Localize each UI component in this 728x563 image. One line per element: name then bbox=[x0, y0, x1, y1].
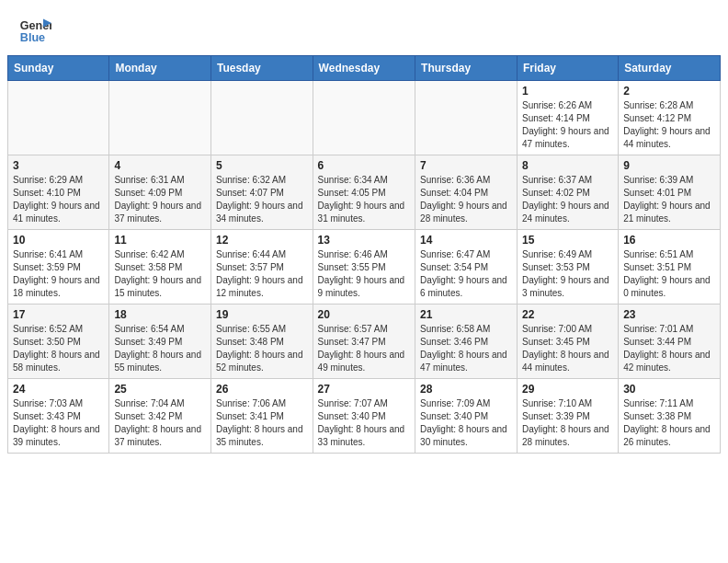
calendar-cell: 1Sunrise: 6:26 AM Sunset: 4:14 PM Daylig… bbox=[518, 81, 619, 155]
calendar-cell: 5Sunrise: 6:32 AM Sunset: 4:07 PM Daylig… bbox=[210, 155, 313, 230]
day-info: Sunrise: 6:58 AM Sunset: 3:46 PM Dayligh… bbox=[420, 323, 512, 374]
day-info: Sunrise: 6:26 AM Sunset: 4:14 PM Dayligh… bbox=[522, 99, 613, 151]
day-number: 13 bbox=[318, 234, 410, 247]
calendar-cell: 10Sunrise: 6:41 AM Sunset: 3:59 PM Dayli… bbox=[8, 230, 109, 304]
calendar-cell bbox=[8, 81, 109, 155]
calendar-cell: 13Sunrise: 6:46 AM Sunset: 3:55 PM Dayli… bbox=[313, 230, 415, 304]
calendar-cell: 18Sunrise: 6:54 AM Sunset: 3:49 PM Dayli… bbox=[109, 304, 211, 379]
day-info: Sunrise: 6:44 AM Sunset: 3:57 PM Dayligh… bbox=[216, 248, 308, 300]
day-number: 12 bbox=[216, 234, 308, 247]
day-number: 19 bbox=[216, 308, 308, 321]
col-header-wednesday: Wednesday bbox=[313, 56, 415, 81]
calendar-week-1: 1Sunrise: 6:26 AM Sunset: 4:14 PM Daylig… bbox=[8, 81, 721, 155]
col-header-tuesday: Tuesday bbox=[210, 56, 313, 81]
day-number: 1 bbox=[522, 85, 613, 98]
col-header-thursday: Thursday bbox=[415, 56, 518, 81]
calendar-cell: 22Sunrise: 7:00 AM Sunset: 3:45 PM Dayli… bbox=[518, 304, 619, 379]
svg-text:Blue: Blue bbox=[20, 31, 45, 44]
day-info: Sunrise: 6:55 AM Sunset: 3:48 PM Dayligh… bbox=[216, 323, 308, 374]
day-number: 10 bbox=[13, 234, 104, 247]
calendar-cell: 24Sunrise: 7:03 AM Sunset: 3:43 PM Dayli… bbox=[8, 379, 109, 454]
day-info: Sunrise: 7:04 AM Sunset: 3:42 PM Dayligh… bbox=[114, 397, 206, 449]
calendar-cell: 14Sunrise: 6:47 AM Sunset: 3:54 PM Dayli… bbox=[415, 230, 518, 304]
day-info: Sunrise: 6:37 AM Sunset: 4:02 PM Dayligh… bbox=[522, 174, 613, 225]
calendar-table: SundayMondayTuesdayWednesdayThursdayFrid… bbox=[7, 55, 721, 454]
day-info: Sunrise: 7:06 AM Sunset: 3:41 PM Dayligh… bbox=[216, 397, 308, 449]
day-info: Sunrise: 6:41 AM Sunset: 3:59 PM Dayligh… bbox=[13, 248, 104, 300]
day-info: Sunrise: 7:01 AM Sunset: 3:44 PM Dayligh… bbox=[623, 323, 715, 374]
calendar-week-5: 24Sunrise: 7:03 AM Sunset: 3:43 PM Dayli… bbox=[8, 379, 721, 454]
day-number: 21 bbox=[420, 308, 512, 321]
calendar-cell: 4Sunrise: 6:31 AM Sunset: 4:09 PM Daylig… bbox=[109, 155, 211, 230]
day-number: 7 bbox=[420, 159, 512, 172]
day-number: 5 bbox=[216, 159, 308, 172]
calendar-cell: 16Sunrise: 6:51 AM Sunset: 3:51 PM Dayli… bbox=[619, 230, 721, 304]
day-number: 15 bbox=[522, 234, 613, 247]
day-info: Sunrise: 7:03 AM Sunset: 3:43 PM Dayligh… bbox=[13, 397, 104, 449]
calendar-cell: 17Sunrise: 6:52 AM Sunset: 3:50 PM Dayli… bbox=[8, 304, 109, 379]
day-info: Sunrise: 6:49 AM Sunset: 3:53 PM Dayligh… bbox=[522, 248, 613, 300]
calendar-cell: 27Sunrise: 7:07 AM Sunset: 3:40 PM Dayli… bbox=[313, 379, 415, 454]
col-header-saturday: Saturday bbox=[619, 56, 721, 81]
day-number: 22 bbox=[522, 308, 613, 321]
calendar-cell bbox=[415, 81, 518, 155]
day-info: Sunrise: 7:09 AM Sunset: 3:40 PM Dayligh… bbox=[420, 397, 512, 449]
day-info: Sunrise: 6:51 AM Sunset: 3:51 PM Dayligh… bbox=[623, 248, 715, 300]
day-info: Sunrise: 6:29 AM Sunset: 4:10 PM Dayligh… bbox=[13, 174, 104, 225]
day-number: 26 bbox=[216, 383, 308, 396]
col-header-friday: Friday bbox=[518, 56, 619, 81]
day-info: Sunrise: 6:57 AM Sunset: 3:47 PM Dayligh… bbox=[318, 323, 410, 374]
col-header-sunday: Sunday bbox=[8, 56, 109, 81]
calendar-week-2: 3Sunrise: 6:29 AM Sunset: 4:10 PM Daylig… bbox=[8, 155, 721, 230]
logo-icon: General Blue bbox=[18, 15, 51, 48]
calendar-header-row: SundayMondayTuesdayWednesdayThursdayFrid… bbox=[8, 56, 721, 81]
logo: General Blue bbox=[18, 15, 51, 48]
day-number: 27 bbox=[318, 383, 410, 396]
day-info: Sunrise: 6:28 AM Sunset: 4:12 PM Dayligh… bbox=[623, 99, 715, 151]
day-number: 29 bbox=[522, 383, 613, 396]
day-info: Sunrise: 6:36 AM Sunset: 4:04 PM Dayligh… bbox=[420, 174, 512, 225]
day-info: Sunrise: 6:39 AM Sunset: 4:01 PM Dayligh… bbox=[623, 174, 715, 225]
calendar-cell: 21Sunrise: 6:58 AM Sunset: 3:46 PM Dayli… bbox=[415, 304, 518, 379]
day-number: 23 bbox=[623, 308, 715, 321]
calendar-week-3: 10Sunrise: 6:41 AM Sunset: 3:59 PM Dayli… bbox=[8, 230, 721, 304]
calendar-cell: 6Sunrise: 6:34 AM Sunset: 4:05 PM Daylig… bbox=[313, 155, 415, 230]
calendar-cell: 9Sunrise: 6:39 AM Sunset: 4:01 PM Daylig… bbox=[619, 155, 721, 230]
col-header-monday: Monday bbox=[109, 56, 211, 81]
calendar-cell: 3Sunrise: 6:29 AM Sunset: 4:10 PM Daylig… bbox=[8, 155, 109, 230]
day-info: Sunrise: 6:54 AM Sunset: 3:49 PM Dayligh… bbox=[114, 323, 206, 374]
calendar-cell: 25Sunrise: 7:04 AM Sunset: 3:42 PM Dayli… bbox=[109, 379, 211, 454]
calendar-cell: 23Sunrise: 7:01 AM Sunset: 3:44 PM Dayli… bbox=[619, 304, 721, 379]
day-info: Sunrise: 6:52 AM Sunset: 3:50 PM Dayligh… bbox=[13, 323, 104, 374]
calendar-cell bbox=[210, 81, 313, 155]
day-info: Sunrise: 6:46 AM Sunset: 3:55 PM Dayligh… bbox=[318, 248, 410, 300]
calendar-cell: 19Sunrise: 6:55 AM Sunset: 3:48 PM Dayli… bbox=[210, 304, 313, 379]
day-number: 4 bbox=[114, 159, 206, 172]
day-info: Sunrise: 6:31 AM Sunset: 4:09 PM Dayligh… bbox=[114, 174, 206, 225]
calendar-cell: 20Sunrise: 6:57 AM Sunset: 3:47 PM Dayli… bbox=[313, 304, 415, 379]
day-info: Sunrise: 6:42 AM Sunset: 3:58 PM Dayligh… bbox=[114, 248, 206, 300]
day-number: 28 bbox=[420, 383, 512, 396]
day-number: 2 bbox=[623, 85, 715, 98]
day-number: 8 bbox=[522, 159, 613, 172]
day-info: Sunrise: 6:34 AM Sunset: 4:05 PM Dayligh… bbox=[318, 174, 410, 225]
calendar-cell: 29Sunrise: 7:10 AM Sunset: 3:39 PM Dayli… bbox=[518, 379, 619, 454]
day-info: Sunrise: 6:47 AM Sunset: 3:54 PM Dayligh… bbox=[420, 248, 512, 300]
day-info: Sunrise: 6:32 AM Sunset: 4:07 PM Dayligh… bbox=[216, 174, 308, 225]
calendar-cell: 26Sunrise: 7:06 AM Sunset: 3:41 PM Dayli… bbox=[210, 379, 313, 454]
day-number: 3 bbox=[13, 159, 104, 172]
calendar-cell: 12Sunrise: 6:44 AM Sunset: 3:57 PM Dayli… bbox=[210, 230, 313, 304]
calendar-cell: 11Sunrise: 6:42 AM Sunset: 3:58 PM Dayli… bbox=[109, 230, 211, 304]
day-number: 14 bbox=[420, 234, 512, 247]
day-number: 17 bbox=[13, 308, 104, 321]
calendar-cell: 8Sunrise: 6:37 AM Sunset: 4:02 PM Daylig… bbox=[518, 155, 619, 230]
day-number: 18 bbox=[114, 308, 206, 321]
day-number: 24 bbox=[13, 383, 104, 396]
calendar-cell bbox=[313, 81, 415, 155]
day-info: Sunrise: 7:10 AM Sunset: 3:39 PM Dayligh… bbox=[522, 397, 613, 449]
day-info: Sunrise: 7:07 AM Sunset: 3:40 PM Dayligh… bbox=[318, 397, 410, 449]
calendar-cell: 2Sunrise: 6:28 AM Sunset: 4:12 PM Daylig… bbox=[619, 81, 721, 155]
calendar-cell bbox=[109, 81, 211, 155]
day-number: 6 bbox=[318, 159, 410, 172]
calendar-week-4: 17Sunrise: 6:52 AM Sunset: 3:50 PM Dayli… bbox=[8, 304, 721, 379]
